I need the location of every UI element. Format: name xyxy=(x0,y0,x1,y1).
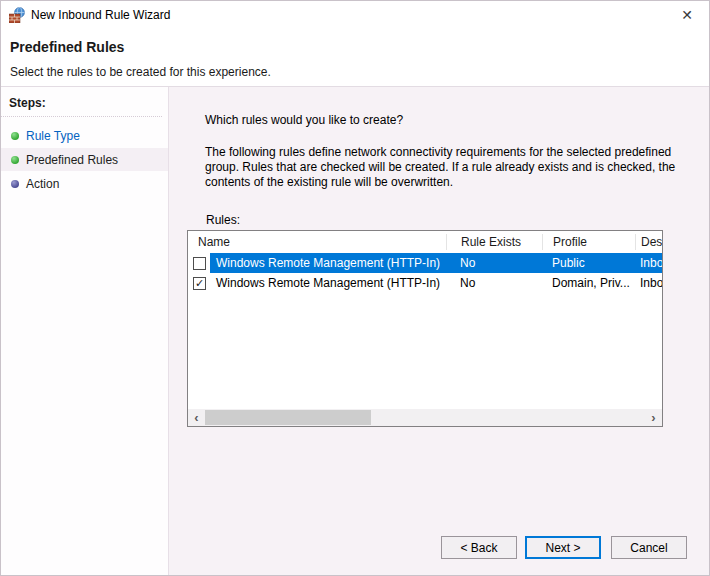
step-bullet-icon xyxy=(11,180,19,188)
cell-desc: Inbou xyxy=(635,253,663,273)
table-header-row: Name Rule Exists Profile Desc xyxy=(188,231,662,253)
close-button[interactable]: ✕ xyxy=(675,5,699,25)
row-content[interactable]: Windows Remote Management (HTTP-In) No D… xyxy=(210,273,663,293)
rules-label: Rules: xyxy=(206,213,240,227)
cell-desc: Inbou xyxy=(635,273,663,293)
wizard-header: Predefined Rules Select the rules to be … xyxy=(1,29,709,85)
main-content: Which rules would you like to create? Th… xyxy=(169,87,709,575)
sidebar-item-rule-type[interactable]: Rule Type xyxy=(1,124,168,147)
cell-name: Windows Remote Management (HTTP-In) xyxy=(210,273,446,293)
table-row[interactable]: ✓ Windows Remote Management (HTTP-In) No… xyxy=(188,253,662,273)
rules-table: Name Rule Exists Profile Desc ✓ Windows … xyxy=(187,230,663,427)
wizard-body: Steps: Rule Type Predefined Rules Action… xyxy=(1,86,709,575)
step-bullet-icon xyxy=(11,156,19,164)
description-text: The following rules define network conne… xyxy=(205,145,697,190)
sidebar-item-label: Action xyxy=(26,177,59,191)
sidebar-item-action: Action xyxy=(1,172,168,195)
sidebar-item-label: Rule Type xyxy=(26,129,80,143)
step-bullet-icon xyxy=(11,132,19,140)
rule-checkbox[interactable]: ✓ xyxy=(193,257,206,270)
table-row[interactable]: ✓ Windows Remote Management (HTTP-In) No… xyxy=(188,273,662,293)
question-text: Which rules would you like to create? xyxy=(205,113,403,127)
next-button[interactable]: Next > xyxy=(525,536,601,559)
firewall-icon xyxy=(9,7,25,23)
sidebar-item-predefined-rules[interactable]: Predefined Rules xyxy=(1,148,168,171)
wizard-window: { "window": { "title": "New Inbound Rule… xyxy=(0,0,710,576)
cell-rule-exists: No xyxy=(446,273,542,293)
back-button[interactable]: < Back xyxy=(441,536,517,559)
rule-checkbox[interactable]: ✓ xyxy=(193,277,206,290)
column-header-profile[interactable]: Profile xyxy=(542,234,635,250)
column-header-desc[interactable]: Desc xyxy=(635,234,662,250)
checkbox-cell: ✓ xyxy=(188,253,210,273)
cell-profile: Public xyxy=(542,253,635,273)
page-title: Predefined Rules xyxy=(10,39,709,55)
page-subtitle: Select the rules to be created for this … xyxy=(10,65,709,79)
scroll-right-icon[interactable]: › xyxy=(645,409,662,426)
scroll-left-icon[interactable]: ‹ xyxy=(188,409,205,426)
cell-rule-exists: No xyxy=(446,253,542,273)
horizontal-scrollbar[interactable]: ‹ › xyxy=(188,409,662,426)
scrollbar-thumb[interactable] xyxy=(205,410,371,425)
cancel-button[interactable]: Cancel xyxy=(611,536,687,559)
title-bar: New Inbound Rule Wizard ✕ xyxy=(1,1,709,29)
window-title: New Inbound Rule Wizard xyxy=(31,8,170,22)
checkbox-cell: ✓ xyxy=(188,273,210,293)
sidebar-item-label: Predefined Rules xyxy=(26,153,118,167)
steps-sidebar: Steps: Rule Type Predefined Rules Action xyxy=(1,87,169,575)
close-icon: ✕ xyxy=(681,7,693,23)
cell-profile: Domain, Priv... xyxy=(542,273,635,293)
row-content[interactable]: Windows Remote Management (HTTP-In) No P… xyxy=(210,253,663,273)
column-header-name[interactable]: Name xyxy=(188,234,446,250)
cell-name: Windows Remote Management (HTTP-In) xyxy=(210,253,446,273)
column-header-rule-exists[interactable]: Rule Exists xyxy=(446,234,542,250)
checkmark-icon: ✓ xyxy=(195,278,204,289)
steps-heading: Steps: xyxy=(1,87,162,117)
